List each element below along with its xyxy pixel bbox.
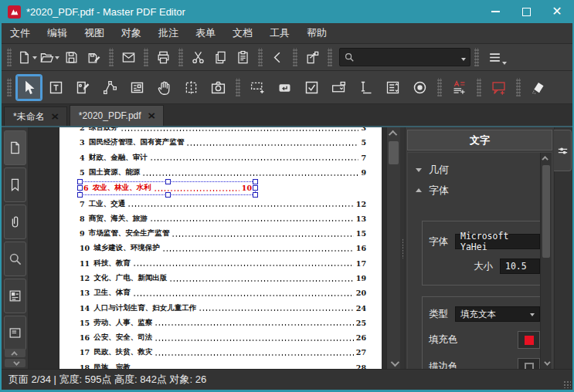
cut-button[interactable] (188, 47, 209, 68)
text-type-dropdown[interactable]: 填充文本 (455, 306, 540, 322)
toc-entry[interactable]: 13 卫生、体育 20 (80, 286, 366, 300)
pdf-page[interactable]: 2 综合政务 3 3 (59, 127, 382, 369)
checkbox-tool[interactable] (300, 76, 324, 100)
email-button[interactable] (118, 47, 139, 68)
sidebar-form-fields[interactable] (4, 279, 26, 313)
panel-splitter[interactable] (400, 127, 405, 369)
combobox-tool[interactable] (327, 76, 351, 100)
copy-button[interactable] (210, 47, 231, 68)
add-callout-tool[interactable] (487, 76, 511, 100)
hand-tool[interactable] (152, 76, 176, 100)
toc-entry[interactable]: 5 国土资源、能源 9 (80, 165, 366, 180)
signature-field-tool[interactable] (354, 76, 378, 100)
sidebar-bookmarks[interactable] (4, 167, 26, 202)
selection-handle[interactable] (253, 179, 258, 184)
tab-close-icon[interactable]: × (148, 110, 155, 122)
menu-object[interactable]: 对象 (113, 23, 150, 43)
scrollbar-thumb[interactable] (389, 141, 399, 164)
organize-pages-button[interactable] (302, 47, 323, 68)
save-button[interactable] (61, 47, 82, 68)
search-input[interactable] (355, 51, 460, 63)
font-size-field[interactable]: 10.5 (500, 259, 540, 274)
highlighter-tool[interactable] (526, 76, 550, 100)
toolbar-grip[interactable] (258, 48, 263, 66)
minimize-button[interactable] (480, 0, 511, 23)
open-file-button[interactable] (39, 47, 59, 68)
toolbar-grip[interactable] (109, 48, 114, 66)
toc-entry[interactable]: 15 劳动、人事、监察 25 (80, 316, 366, 330)
section-geometry[interactable]: 几何 (416, 159, 538, 180)
print-button[interactable] (153, 47, 174, 68)
edit-object-tool[interactable] (71, 76, 95, 100)
sidebar-scroll-down-button[interactable] (5, 359, 25, 367)
toolbar-grip[interactable] (144, 48, 148, 66)
toolbar-grip[interactable] (328, 48, 332, 66)
tab-close-icon[interactable]: × (51, 110, 59, 123)
menu-tools[interactable]: 工具 (261, 23, 298, 43)
toc-entry[interactable]: 10 城乡建设、环境保护 16 (80, 241, 366, 255)
maximize-button[interactable] (511, 0, 542, 23)
toc-entry[interactable]: 17 民政、扶贫、救灾 27 (80, 345, 366, 360)
fill-color-swatch[interactable] (518, 331, 540, 349)
toc-entry[interactable]: 2 综合政务 3 (80, 127, 366, 135)
panel-scroll-down-button[interactable] (541, 358, 552, 369)
new-document-button[interactable] (16, 47, 37, 68)
sidebar-attachments[interactable] (4, 204, 26, 239)
selection-handle[interactable] (77, 185, 83, 191)
toc-entry[interactable]: 6 农业、林业、水利 10 (80, 181, 256, 195)
select-tool[interactable] (17, 76, 41, 100)
toolbar-grip[interactable] (7, 48, 12, 66)
add-text-annotation-tool[interactable] (447, 76, 471, 100)
section-font[interactable]: 字体 (416, 180, 538, 201)
search-box[interactable] (339, 48, 470, 66)
text-field-tool[interactable] (246, 76, 270, 100)
toc-entry[interactable]: 11 科技、教育 17 (80, 256, 366, 271)
radio-button-tool[interactable] (408, 76, 432, 100)
tab-2020-pdf[interactable]: *2020_PDF.pdf × (70, 105, 164, 126)
listbox-tool[interactable] (381, 76, 405, 100)
tab-untitled[interactable]: *未命名 × (4, 106, 67, 126)
close-button[interactable]: ✕ (542, 0, 572, 23)
toc-entry[interactable]: 9 市场监管、安全生产监管 15 (80, 226, 366, 241)
selection-handle[interactable] (253, 185, 258, 191)
toc-entry[interactable]: 4 财政、金融、审计 7 (80, 150, 366, 165)
toc-entry[interactable]: 14 人口与计划生育、妇女儿童工作 24 (80, 300, 366, 315)
selection-handle[interactable] (165, 192, 171, 198)
main-menu-button[interactable] (484, 47, 505, 68)
toolbar-grip[interactable] (236, 78, 240, 96)
select-area-tool[interactable] (179, 76, 203, 100)
push-button-tool[interactable] (273, 76, 297, 100)
selection-handle[interactable] (253, 192, 258, 198)
sidebar-search[interactable] (4, 242, 26, 276)
toolbar-grip[interactable] (474, 48, 479, 66)
menu-help[interactable]: 帮助 (298, 23, 335, 43)
toolbar-grip[interactable] (477, 78, 481, 96)
edit-text-tool[interactable] (44, 76, 68, 100)
toolbar-grip[interactable] (7, 78, 12, 96)
document-view[interactable]: 2 综合政务 3 3 (29, 127, 400, 369)
menu-edit[interactable]: 编辑 (39, 23, 76, 43)
dropdown-caret-icon[interactable] (32, 56, 37, 62)
menu-view[interactable]: 视图 (76, 23, 113, 43)
properties-tab[interactable] (554, 130, 572, 171)
menu-document[interactable]: 文档 (224, 23, 261, 43)
scroll-up-button[interactable] (387, 127, 400, 139)
font-name-field[interactable]: Microsoft YaHei (455, 234, 540, 249)
toolbar-grip[interactable] (293, 48, 297, 66)
toc-entry[interactable]: 8 商贸、海关、旅游 13 (80, 211, 366, 226)
toolbar-grip[interactable] (516, 78, 521, 96)
sidebar-scroll-up-button[interactable] (5, 349, 25, 357)
panel-scrollbar-thumb[interactable] (542, 165, 550, 258)
toc-entry[interactable]: 3 国民经济管理、国有资产监管 5 (80, 135, 366, 150)
save-as-button[interactable] (83, 47, 104, 68)
toolbar-grip[interactable] (178, 48, 183, 66)
menu-forms[interactable]: 表单 (187, 23, 224, 43)
paste-button[interactable] (233, 47, 253, 68)
toc-entry[interactable]: 18 民族、宗教 28 (80, 360, 366, 369)
scroll-down-button[interactable] (387, 357, 400, 369)
document-scrollbar[interactable] (386, 127, 400, 369)
toc-entry[interactable]: 12 文化、广电、新闻出版 19 (80, 271, 366, 286)
menu-file[interactable]: 文件 (2, 23, 39, 43)
selection-handle[interactable] (77, 179, 83, 184)
sidebar-layers[interactable] (4, 316, 26, 350)
